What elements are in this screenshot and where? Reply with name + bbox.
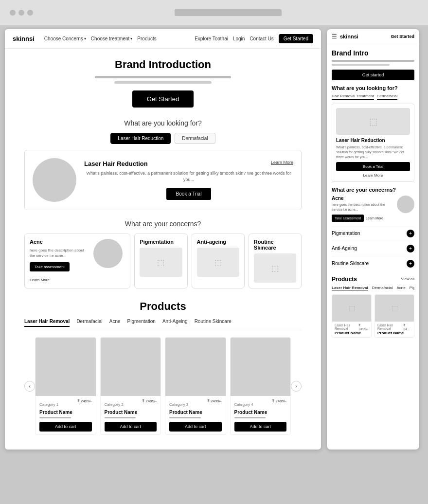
products-title: Products [24,300,302,313]
mobile-expand-pigmentation-icon[interactable]: + [407,230,414,237]
mobile-brand-intro: Brand Intro Get started [332,49,414,85]
nav-label-treatment: Choose treatment [91,36,130,41]
image-placeholder-icon: ⬚ [392,304,398,312]
concern-name-routine-skincare: Routine Skincare [254,239,296,251]
mobile-looking-for-title: What are you looking for? [332,85,414,91]
mobile-prod-tab-acne[interactable]: Acne [396,286,405,290]
product-category-1: Category 1 [39,402,58,407]
mobile-concern-acne-buttons: Take assessment Learn More [332,215,394,222]
mobile-tab-hair-removal[interactable]: Hair Removal Treatment [332,94,374,100]
prod-tab-pigmentation[interactable]: Pigmentation [127,319,156,327]
prod-tab-routine-skincare[interactable]: Routine Skincare [195,319,232,327]
routine-skincare-image-placeholder: ⬚ [254,253,296,283]
prod-tab-laser-hair-removal[interactable]: Laser Hair Removal [24,319,70,327]
close-dot[interactable] [10,10,16,16]
add-to-cart-button-2[interactable]: Add to cart [105,422,157,432]
concern-card-pigmentation: Pigmentation ⬚ [134,234,187,288]
treatment-image [33,158,76,202]
add-to-cart-button-1[interactable]: Add to cart [39,422,92,432]
desktop-mockup: skinnsi Choose Concerns ▾ Choose treatme… [5,29,321,450]
mobile-products-tabs: Laser Hair Removal Dermafacial Acne Pigm… [332,286,414,290]
nav-item-products[interactable]: Products [137,36,156,41]
mobile-product-category-2: Laser Hair Removal [377,324,403,331]
mobile-concern-pigmentation[interactable]: Pigmentation + [332,226,414,241]
mobile-concern-anti-ageing[interactable]: Anti-Ageing + [332,241,414,256]
mobile-concerns-title: What are your concerns? [332,187,414,193]
tab-laser-hair-reduction[interactable]: Laser Hair Reduction [110,133,171,144]
mobile-nav-left: ☰ skinnsi [332,33,358,40]
looking-for-section: What are you looking for? Laser Hair Red… [24,119,302,210]
brand-intro-section: Brand Introduction Get Started [24,58,302,108]
nav-item-treatment[interactable]: Choose treatment ▾ [91,36,133,41]
mobile-tab-dermafacial[interactable]: Dermafacial [377,94,398,100]
product-info-3: Category 3 ₹ 2499/- Product Name Add to … [165,396,226,434]
mobile-concern-acne-info: Acne here goes the description about the… [332,196,394,222]
mobile-expand-anti-ageing-icon[interactable]: + [407,245,414,252]
mobile-treatment-card: ⬚ Laser Hair Reduction What's painless, … [332,104,414,182]
add-to-cart-button-4[interactable]: Add to cart [234,422,287,432]
mobile-expand-routine-skincare-icon[interactable]: + [407,260,414,268]
mobile-prod-tab-dermafacial[interactable]: Dermafacial [372,286,393,290]
mobile-product-info-1: Laser Hair Removal ₹ 2499/- Product Name [332,322,371,337]
carousel-prev-button[interactable]: ‹ [24,381,35,392]
product-name-1: Product Name [39,410,92,415]
product-card-4: Category 4 ₹ 2499/- Product Name Add to … [230,337,291,435]
mobile-product-cat-price-2: Laser Hair Removal ₹ 24... [377,324,411,331]
chevron-down-icon: ▾ [84,36,86,41]
looking-for-title: What are you looking for? [24,119,302,127]
mobile-looking-for-section: What are you looking for? Hair Removal T… [332,85,414,182]
treatment-learn-more[interactable]: Learn More [271,160,293,165]
product-price-3: ₹ 2499/- [207,399,222,403]
book-trial-button[interactable]: Book a Trial [166,188,212,200]
mobile-treatment-desc: What's painless, cost-effective, a perma… [336,145,410,159]
nav-item-concerns[interactable]: Choose Concerns ▾ [44,36,86,41]
product-price-1: ₹ 2499/- [77,399,92,403]
brand-intro-get-started-button[interactable]: Get Started [132,90,194,108]
product-category-4: Category 4 [234,402,253,407]
mobile-get-started-button[interactable]: Get started [332,70,414,80]
mobile-book-trial-button[interactable]: Book a Trial [336,162,410,171]
mobile-products-title: Products [332,276,357,283]
mobile-logo: skinnsi [340,34,358,39]
brand-line-2 [114,81,212,84]
mobile-treatment-name: Laser Hair Reduction [336,138,410,143]
nav-contact[interactable]: Contact Us [250,36,273,41]
concern-learn-more-acne[interactable]: Learn More [30,278,50,282]
mobile-concerns-section: What are your concerns? Acne here goes t… [332,187,414,271]
prod-tab-dermafacial[interactable]: Dermafacial [76,319,102,327]
hamburger-icon[interactable]: ☰ [332,33,337,40]
nav-get-started-button[interactable]: Get Started [279,34,313,43]
mobile-view-all-link[interactable]: View all [401,277,414,281]
concern-card-routine-skincare: Routine Skincare ⬚ [249,234,302,288]
mobile-learn-more-acne-button[interactable]: Learn More [366,215,383,222]
image-placeholder-icon: ⬚ [369,116,377,127]
mobile-product-info-2: Laser Hair Removal ₹ 24... Product Name [375,322,414,337]
mobile-get-started-label[interactable]: Get Started [391,34,414,39]
mobile-concern-name-anti-ageing: Anti-Ageing [332,246,357,251]
prod-tab-anti-ageing[interactable]: Anti-Ageing [162,319,188,327]
mobile-concern-routine-skincare[interactable]: Routine Skincare + [332,256,414,271]
minimize-dot[interactable] [18,10,24,16]
mobile-take-assessment-button[interactable]: Take assessment [332,215,364,222]
mobile-prod-tab-laser[interactable]: Laser Hair Removal [332,286,368,290]
prod-tab-acne[interactable]: Acne [109,319,121,327]
mobile-product-image-2: ⬚ [375,295,414,322]
mobile-treatment-image: ⬚ [336,108,410,135]
product-price-2: ₹ 2499/- [142,399,157,403]
mobile-looking-for-tabs: Hair Removal Treatment Dermafacial [332,94,414,100]
nav-label-products: Products [137,36,156,41]
maximize-dot[interactable] [27,10,33,16]
nav-login[interactable]: Login [233,36,245,41]
mobile-product-image-1: ⬚ [332,295,371,322]
tab-dermafacial[interactable]: Dermafacial [175,133,215,144]
nav-explore[interactable]: Explore Toothai [195,36,228,41]
product-info-4: Category 4 ₹ 2499/- Product Name Add to … [231,396,291,434]
brand-line-1 [95,76,231,78]
add-to-cart-button-3[interactable]: Add to cart [169,422,222,432]
mobile-learn-more[interactable]: Learn More [336,173,410,178]
mobile-products-header: Products View all [332,276,414,283]
brand-intro-title: Brand Introduction [24,58,302,71]
take-assessment-button[interactable]: Take assessment [30,262,70,271]
carousel-next-button[interactable]: › [291,381,302,392]
mobile-prod-tab-pigmen[interactable]: Pigmen... [410,286,414,290]
